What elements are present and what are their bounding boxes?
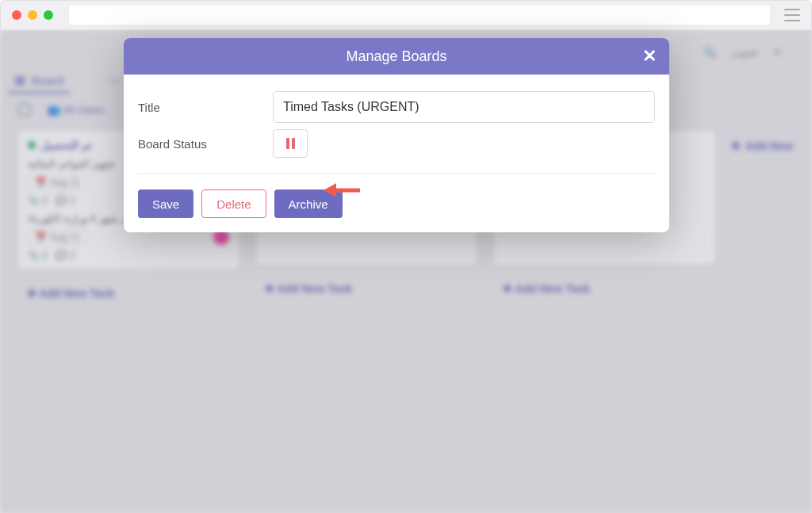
browser-chrome (0, 0, 812, 30)
title-input[interactable] (273, 91, 655, 123)
modal-body: Title Board Status (124, 75, 669, 190)
svg-marker-1 (324, 183, 336, 197)
close-icon[interactable]: ✕ (642, 46, 657, 67)
modal-footer: Save Delete Archive (124, 190, 669, 232)
url-bar[interactable] (69, 6, 770, 25)
delete-button[interactable]: Delete (201, 190, 266, 218)
title-label: Title (138, 101, 273, 114)
hamburger-icon[interactable] (784, 9, 800, 21)
maximize-window-icon[interactable] (44, 10, 53, 20)
divider (138, 173, 655, 174)
status-label: Board Status (138, 137, 273, 151)
status-row: Board Status (138, 125, 655, 162)
modal-title: Manage Boards (346, 48, 446, 65)
annotation-arrow-icon (324, 181, 360, 200)
title-row: Title (138, 89, 655, 125)
save-button[interactable]: Save (138, 190, 193, 218)
minimize-window-icon[interactable] (28, 10, 37, 20)
manage-boards-modal: Manage Boards ✕ Title Board Status Save … (124, 38, 669, 232)
status-toggle[interactable] (273, 129, 308, 158)
modal-header: Manage Boards ✕ (124, 38, 669, 75)
close-window-icon[interactable] (12, 10, 21, 20)
pause-icon (286, 138, 295, 149)
window-controls (12, 10, 53, 20)
